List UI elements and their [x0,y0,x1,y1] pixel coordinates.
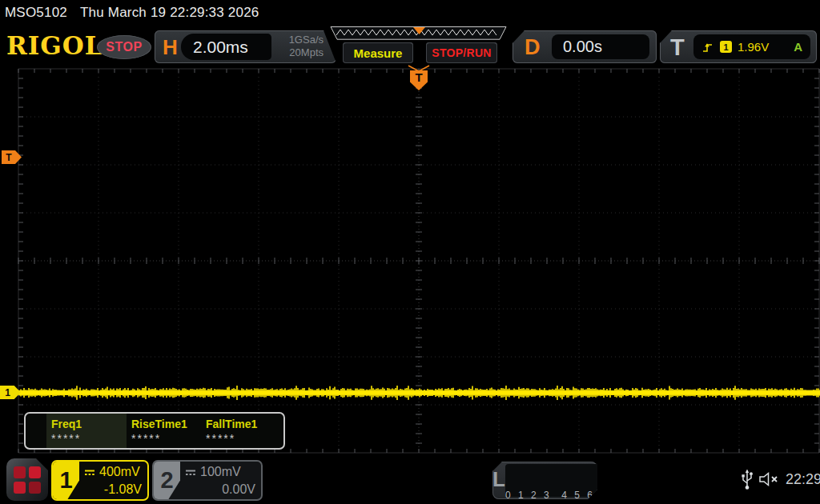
measurement-falltime1[interactable]: FallTime1 ***** [201,414,275,448]
trigger-label: T [670,34,685,60]
rising-edge-icon [701,41,714,54]
trigger-level-value: 1.96V [738,40,769,54]
channel1-block[interactable]: 1 400mV -1.08V [51,460,149,501]
channel2-number-tab: 2 [154,462,180,499]
measurement-panel[interactable]: Freq1 ***** RiseTime1 ***** FallTime1 **… [24,412,285,450]
trigger-sweep-mode: A [794,40,802,54]
trigger-panel[interactable]: T 1 1.96V A [660,30,817,63]
measurement-freq1[interactable]: Freq1 ***** [46,414,127,448]
channel2-block[interactable]: 2 100mV 0.00V [152,460,263,501]
stop-run-button[interactable]: STOP/RUN [426,42,497,63]
channel2-scale: 100mV [200,465,241,479]
clock: 22:29 [786,471,820,488]
dc-coupling-icon [185,469,196,476]
sample-rate: 1GSa/s [289,34,324,46]
channel2-offset: 0.00V [185,482,255,497]
timebase-value: 2.00ms [181,38,248,57]
dc-coupling-icon [84,469,95,476]
model-name: MSO5102 [5,5,67,20]
sample-rate-block: 1GSa/s 20Mpts [289,34,324,59]
delay-value: 0.00s [552,38,602,56]
run-state-badge: STOP [97,35,151,59]
channel1-scale: 400mV [99,465,140,479]
waveform-overview-bar[interactable] [328,26,508,40]
top-info-bar: MSO5102Thu March 19 22:29:33 2026 [5,5,271,21]
rigol-logo: RIGOL [6,31,103,60]
datetime: Thu March 19 22:29:33 2026 [80,5,259,20]
measurement-risetime1[interactable]: RiseTime1 ***** [127,414,201,448]
measure-button[interactable]: Measure [343,42,413,63]
channel1-offset: -1.08V [84,482,142,497]
horizontal-label: H [163,34,178,59]
memory-depth: 20Mpts [289,46,324,59]
oscilloscope-screen: MSO5102Thu March 19 22:29:33 2026 RIGOL … [0,0,820,504]
speaker-muted-icon[interactable] [758,471,781,487]
delay-label: D [525,34,541,59]
delay-panel[interactable]: D 0.00s [512,30,657,63]
usb-icon [741,468,754,490]
apps-grid-icon [14,466,41,494]
channel1-number-tab: 1 [53,462,79,499]
digital-channel-list: 0 1 2 3 4 5 6 7 8 9 1011 12131415 [505,464,608,497]
horizontal-panel[interactable]: H 2.00ms 1GSa/s 20Mpts [155,30,336,63]
function-navigation-button[interactable] [6,458,48,501]
trigger-source-badge: 1 [720,41,732,53]
digital-channels-block[interactable]: L 0 1 2 3 4 5 6 7 8 9 1011 12131415 [492,462,597,499]
